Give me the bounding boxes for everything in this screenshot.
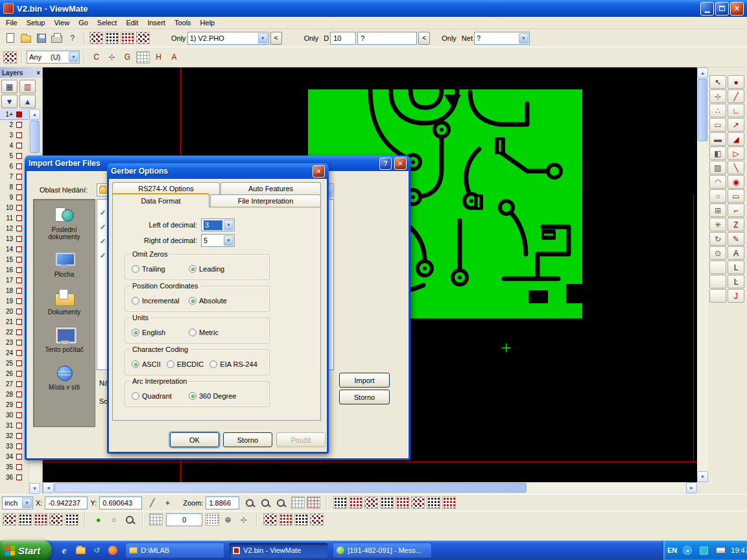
browser-quicklaunch-button[interactable]	[107, 544, 119, 557]
minimize-button[interactable]: ▁	[700, 2, 714, 16]
pad-display-button-4[interactable]	[379, 496, 394, 510]
scroll-down-icon[interactable]: ▼	[697, 471, 708, 482]
selection-filter-combo[interactable]: Any (U) ▼	[27, 51, 80, 64]
layer-swatch[interactable]	[16, 236, 22, 242]
component-c-button[interactable]: C	[89, 50, 104, 64]
layer-swatch[interactable]	[16, 163, 22, 169]
scroll-left-icon[interactable]: ◄	[43, 482, 54, 493]
board-view-button-3[interactable]	[120, 31, 135, 45]
context-help-button[interactable]: ?	[65, 31, 80, 45]
radio-metric[interactable]: Metric	[189, 329, 219, 336]
tab-data-format[interactable]: Data Format	[112, 193, 209, 207]
layer-swatch[interactable]	[16, 319, 22, 325]
layer-swatch[interactable]	[16, 205, 22, 211]
new-file-button[interactable]	[3, 31, 18, 45]
layer-swatch[interactable]	[16, 371, 22, 377]
select-tool[interactable]: ↖	[709, 75, 726, 89]
pad-style-button-4[interactable]	[309, 513, 324, 527]
zoom-in-button[interactable]	[242, 496, 257, 510]
save-button[interactable]	[34, 31, 49, 45]
scroll-right-icon[interactable]: ►	[686, 482, 697, 493]
dropdown-icon[interactable]: ▼	[22, 498, 32, 508]
aperture-a-button[interactable]: A	[167, 50, 182, 64]
layer-swatch[interactable]	[16, 381, 22, 387]
arrow-tool[interactable]: ↗	[728, 118, 744, 132]
layer-swatch[interactable]	[16, 194, 22, 200]
import-cancel-button[interactable]: Storno	[339, 390, 390, 404]
dcode-search-field[interactable]: ?	[357, 32, 417, 45]
layer-swatch[interactable]	[16, 360, 22, 366]
layer-table-button[interactable]: ▦	[1, 80, 18, 93]
zoom-field[interactable]: 1.8866	[206, 496, 239, 509]
task-v2-bin-viewmate[interactable]: V2.bin - ViewMate	[229, 542, 328, 558]
rect-outline-tool[interactable]: ▭	[728, 189, 744, 203]
menu-item-setup[interactable]: Setup	[22, 18, 50, 28]
tray-network-button[interactable]	[696, 543, 711, 557]
pad-tool[interactable]: ●	[728, 75, 744, 89]
pad-display-button-1[interactable]	[333, 496, 348, 510]
dropdown-icon[interactable]: ▼	[69, 52, 78, 62]
point-edit-tool[interactable]: ⊹	[709, 89, 726, 103]
board-view-button-1[interactable]	[89, 31, 104, 45]
radio-leading[interactable]: Leading	[189, 265, 224, 273]
layer-swatch[interactable]	[16, 309, 22, 314]
layer-swatch[interactable]	[16, 340, 22, 345]
arc-tool[interactable]: ◠	[709, 175, 726, 189]
layer-swatch[interactable]	[16, 174, 22, 180]
ok-button[interactable]: OK	[170, 432, 219, 447]
canvas-hscrollbar[interactable]: ◄ ►	[43, 482, 697, 493]
menu-item-help[interactable]: Help	[196, 18, 220, 28]
x-coordinate-field[interactable]: -0.942237	[45, 496, 88, 509]
spare-tool-2[interactable]	[709, 275, 726, 288]
layer-row-3[interactable]: 3	[0, 130, 29, 140]
place-desktop[interactable]: Plocha	[34, 244, 95, 282]
layer-swatch[interactable]	[16, 184, 22, 190]
task-d-mlab[interactable]: D:\MLAB	[125, 542, 224, 558]
layer-swatch[interactable]	[16, 402, 22, 408]
language-indicator[interactable]: EN	[667, 546, 677, 554]
scrollbar-thumb[interactable]	[30, 121, 40, 153]
prev-layer-button[interactable]: <	[270, 32, 282, 45]
dot-grid-button[interactable]	[205, 513, 220, 527]
menu-item-view[interactable]: View	[49, 18, 74, 28]
menu-item-tools[interactable]: Tools	[170, 18, 196, 28]
star-tool[interactable]: ✳	[709, 218, 726, 231]
gerber-g-button[interactable]: G	[120, 50, 135, 64]
open-file-button[interactable]	[18, 31, 33, 45]
layer-combo[interactable]: 1) V2.PHO ▼	[187, 32, 269, 45]
pad-style-button-3[interactable]	[294, 513, 309, 527]
filled-rect-tool[interactable]: ▬	[709, 132, 726, 146]
menu-item-edit[interactable]: Edit	[121, 18, 143, 28]
layer-view-button-2[interactable]	[18, 513, 32, 527]
radio-360-degree[interactable]: 360 Degree	[189, 392, 237, 400]
radio-ascii[interactable]: ASCII	[132, 360, 161, 368]
layer-down-button[interactable]: ▼	[1, 95, 18, 108]
layer-swatch[interactable]	[16, 423, 22, 428]
place-network-places[interactable]: Místa v síti	[34, 357, 95, 395]
letter-l-tool[interactable]: L	[728, 261, 744, 274]
rotate-tool[interactable]: ↻	[709, 232, 726, 246]
ready-light-button[interactable]: ●	[91, 513, 106, 527]
layer-swatch[interactable]	[16, 474, 22, 480]
layer-edit-button[interactable]: ▥	[19, 80, 36, 93]
dropdown-icon[interactable]: ▼	[224, 220, 233, 230]
import-button[interactable]: Import	[339, 373, 390, 388]
tab-file-interpretation[interactable]: File Interpretation	[210, 194, 321, 207]
pad-select-button[interactable]	[3, 50, 18, 64]
layer-swatch[interactable]	[16, 391, 22, 397]
trace-tool[interactable]: ╲	[728, 161, 744, 174]
print-button[interactable]	[49, 31, 64, 45]
triangle-tool[interactable]: ▷	[728, 146, 744, 160]
pad-style-button-1[interactable]	[263, 513, 278, 527]
cross-snap-button[interactable]: ⊹	[236, 513, 251, 527]
text-tool[interactable]: A	[728, 246, 744, 260]
task--191-482-091-mess-[interactable]: [191-482-091] - Mess...	[333, 542, 432, 558]
refresh-quicklaunch-button[interactable]: ↺	[91, 544, 102, 557]
clock[interactable]: 19:47	[731, 546, 747, 554]
rect-tool[interactable]: ▭	[709, 118, 726, 132]
layer-view-button-1[interactable]	[2, 513, 17, 527]
anchor-button[interactable]: ⊕	[220, 513, 235, 527]
line-tool[interactable]: ╱	[728, 89, 744, 103]
layer-swatch[interactable]	[16, 443, 22, 449]
layers-panel-title[interactable]: Layers ×	[0, 67, 42, 78]
